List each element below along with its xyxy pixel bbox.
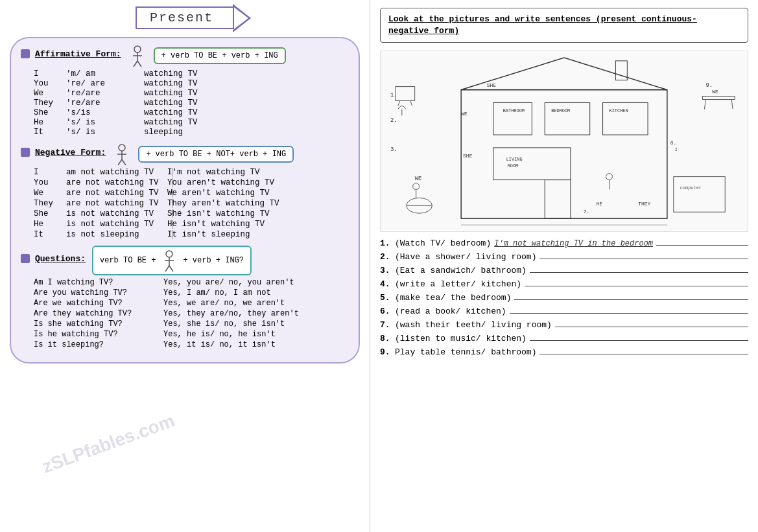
neg-subj-he: He: [34, 220, 66, 229]
contr-we-aff: 're/are: [66, 89, 144, 98]
q-q2: Are you watching TV?: [34, 288, 163, 297]
exercise-item-8: 8. (listen to music/ kitchen): [380, 334, 748, 343]
person-icon-q: [160, 249, 179, 272]
ex-hint-1: (Watch TV/ bedroom): [395, 238, 491, 248]
svg-line-30: [398, 101, 400, 106]
main-content-box: Affirmative Form: + verb TO BE + verb + …: [10, 37, 360, 364]
ex-num-3: 3.: [380, 266, 392, 275]
rest-we-aff: watching TV: [144, 89, 349, 98]
negative-grid: I am not watching TV I'm not watching TV…: [34, 168, 349, 239]
ex-num-7: 7.: [380, 320, 392, 330]
negative-icon: [21, 148, 30, 157]
left-panel: Present Affirmative Form:: [0, 0, 370, 532]
ex-line-7[interactable]: [555, 327, 748, 327]
house-svg: BATHROOM BEDROOM KITCHEN LIVING ROOM 1. …: [381, 51, 748, 231]
svg-line-31: [410, 101, 412, 106]
exercise-item-2: 2. (Have a shower/ living room): [380, 252, 748, 262]
neg-long-it: is not sleeping: [66, 230, 167, 239]
svg-text:2.: 2.: [390, 118, 397, 124]
affirmative-title: Affirmative Form:: [35, 49, 121, 59]
ex-hint-7: (wash their teeth/ living room): [395, 320, 552, 330]
affirmative-header: Affirmative Form:: [21, 49, 121, 59]
svg-text:computer: computer: [680, 186, 702, 191]
q-formula-part1: verb TO BE +: [100, 256, 156, 265]
exercises: 1. (Watch TV/ bedroom) I'm not watching …: [380, 238, 748, 357]
svg-text:9.: 9.: [705, 82, 713, 89]
svg-line-47: [704, 100, 705, 110]
exercise-item-6: 6. (read a book/ kitchen): [380, 306, 748, 316]
q-a7: Yes, it is/ no, it isn't: [163, 340, 306, 349]
subj-we-aff: We: [34, 89, 66, 98]
svg-text:LIVING: LIVING: [506, 157, 523, 162]
svg-text:8.: 8.: [670, 140, 677, 146]
instruction-box: Look at the pictures and write sentences…: [380, 8, 748, 43]
ex-line-2[interactable]: [539, 259, 748, 259]
questions-icon: [21, 254, 30, 263]
svg-point-0: [134, 46, 141, 52]
ex-line-8[interactable]: [530, 340, 748, 341]
neg-subj-I: I: [34, 168, 66, 177]
svg-line-48: [731, 100, 733, 110]
house-image-area: BATHROOM BEDROOM KITCHEN LIVING ROOM 1. …: [380, 51, 748, 232]
ex-hint-4: (write a letter/ kitchen): [395, 279, 521, 289]
contr-they-aff: 're/are: [66, 98, 144, 108]
page-title: Present: [136, 6, 234, 29]
ex-line-1: [656, 245, 748, 246]
q-q1: Am I watching TV?: [34, 278, 163, 287]
ex-line-9[interactable]: [539, 354, 748, 354]
neg-subj-she: She: [34, 209, 66, 218]
neg-short-we: We aren't watching TV: [167, 189, 294, 198]
neg-short-it: It isn't sleeping: [167, 230, 294, 239]
neg-long-we: are not watching TV: [66, 189, 167, 198]
neg-long-he: is not watching TV: [66, 220, 167, 229]
neg-subj-you: You: [34, 178, 66, 187]
rest-it-aff: sleeping: [144, 128, 349, 137]
affirmative-icon: [21, 49, 30, 58]
ex-line-4[interactable]: [525, 286, 748, 286]
q-a1: Yes, you are/ no, you aren't: [163, 278, 306, 287]
ex-hint-5: (make tea/ the bedroom): [395, 293, 511, 303]
svg-line-9: [122, 159, 126, 165]
q-q4: Are they watching TV?: [34, 309, 163, 318]
q-formula-part2: + verb + ING?: [183, 256, 244, 265]
ex-line-5[interactable]: [514, 299, 748, 300]
questions-header: Questions:: [21, 254, 86, 264]
neg-long-you: are not watching TV: [66, 178, 167, 187]
ex-num-6: 6.: [380, 306, 392, 316]
questions-section: Questions: verb TO BE + + verb + ING? Am…: [21, 246, 349, 349]
affirmative-section: Affirmative Form: + verb TO BE + verb + …: [21, 45, 349, 137]
svg-text:BEDROOM: BEDROOM: [551, 109, 570, 114]
person-icon-aff: [128, 45, 147, 67]
ex-hint-9: Play table tennis/ bathroom): [395, 347, 536, 357]
subj-I-aff: I: [34, 69, 66, 78]
right-panel: Look at the pictures and write sentences…: [370, 0, 758, 532]
svg-text:SHE: SHE: [487, 82, 497, 88]
svg-rect-23: [603, 103, 648, 135]
svg-rect-18: [545, 180, 571, 219]
q-a5: Yes, she is/ no, she isn't: [163, 319, 306, 329]
svg-text:1.: 1.: [390, 92, 397, 98]
ex-num-8: 8.: [380, 334, 392, 343]
ex-line-6[interactable]: [510, 313, 748, 314]
ex-num-9: 9.: [380, 347, 392, 357]
svg-text:3.: 3.: [390, 146, 397, 153]
ex-num-1: 1.: [380, 238, 392, 248]
svg-point-5: [119, 145, 125, 151]
ex-line-3[interactable]: [530, 272, 748, 273]
svg-point-55: [606, 174, 613, 180]
svg-rect-46: [702, 97, 735, 100]
exercise-item-3: 3. (Eat a sandwich/ bathroom): [380, 266, 748, 275]
ex-num-4: 4.: [380, 279, 392, 289]
svg-line-14: [169, 266, 173, 272]
subj-they-aff: They: [34, 98, 66, 108]
affirmative-header-row: Affirmative Form: + verb TO BE + verb + …: [21, 45, 349, 67]
contr-I-aff: 'm/ am: [66, 69, 144, 78]
rest-they-aff: watching TV: [144, 98, 349, 108]
subj-she-aff: She: [34, 108, 66, 117]
svg-text:WE: WE: [415, 176, 422, 182]
affirmative-formula: + verb TO BE + verb + ING: [154, 47, 286, 64]
neg-long-she: is not watching TV: [66, 209, 167, 218]
q-a4: Yes, they are/no, they aren't: [163, 309, 306, 318]
svg-point-53: [413, 183, 420, 190]
neg-short-I: I'm not watching TV: [167, 168, 294, 177]
